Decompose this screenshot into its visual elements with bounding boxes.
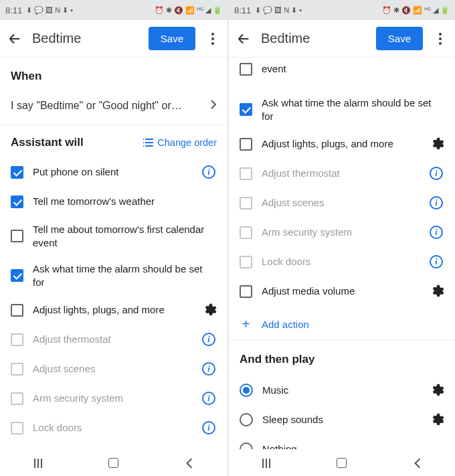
- page-title: Bedtime: [32, 31, 139, 46]
- checkbox[interactable]: [11, 304, 23, 317]
- play-list: MusicSleep soundsNothing: [229, 373, 455, 449]
- left-list: Put phone on silentTell me tomorrow's we…: [0, 155, 227, 445]
- item-label: Sleep sounds: [262, 413, 420, 426]
- item-label: event: [262, 62, 444, 76]
- radio-item[interactable]: Nothing: [229, 434, 455, 449]
- info-icon[interactable]: [201, 420, 217, 436]
- add-action-button[interactable]: + Add action: [229, 309, 455, 340]
- checkbox[interactable]: [240, 138, 252, 151]
- list-item[interactable]: Lock doors: [229, 247, 455, 276]
- item-label: Music: [262, 384, 420, 397]
- info-icon[interactable]: [201, 331, 217, 347]
- checkbox[interactable]: [11, 422, 23, 434]
- radio[interactable]: [240, 384, 253, 397]
- save-button[interactable]: Save: [376, 27, 423, 50]
- checkbox[interactable]: [240, 256, 252, 268]
- item-label: Adjust thermostat: [33, 333, 191, 346]
- list-item[interactable]: Adjust lights, plugs, and more: [0, 295, 227, 325]
- add-action-label: Add action: [262, 319, 309, 330]
- checkbox[interactable]: [11, 269, 23, 282]
- checkbox[interactable]: [240, 167, 252, 180]
- info-icon[interactable]: [201, 361, 217, 377]
- radio[interactable]: [240, 443, 253, 449]
- info-icon[interactable]: [201, 390, 217, 406]
- checkbox[interactable]: [240, 226, 252, 239]
- right-list: Ask what time the alarm should be set fo…: [229, 87, 455, 309]
- item-label: Lock doors: [33, 421, 191, 434]
- section-when: When: [0, 58, 227, 90]
- back-icon[interactable]: [236, 31, 252, 47]
- list-item[interactable]: Adjust lights, plugs, and more: [229, 129, 455, 159]
- gear-icon[interactable]: [430, 284, 444, 299]
- phone-left: 8:11 ⬇💬🖼N⬇• ⏰✱🔇📶ᴴᴳ◢🔋 Bedtime Save When I…: [0, 0, 227, 476]
- list-item[interactable]: Tell me about tomorrow's first calendar …: [0, 216, 227, 256]
- checkbox[interactable]: [11, 363, 23, 376]
- list-item[interactable]: Adjust media volume: [229, 276, 455, 306]
- radio-item[interactable]: Music: [229, 376, 455, 405]
- checkbox[interactable]: [11, 166, 23, 179]
- home-button[interactable]: [334, 455, 350, 471]
- back-icon[interactable]: [7, 31, 23, 47]
- assistant-title: Assistant will: [11, 136, 84, 149]
- list-item[interactable]: Adjust scenes: [229, 188, 455, 218]
- back-button[interactable]: [410, 455, 426, 471]
- radio-item[interactable]: Sleep sounds: [229, 405, 455, 434]
- gear-icon[interactable]: [430, 383, 444, 398]
- content-right: event Ask what time the alarm should be …: [229, 58, 455, 449]
- checkbox[interactable]: [11, 195, 23, 208]
- back-button[interactable]: [181, 455, 197, 471]
- gear-icon[interactable]: [202, 303, 217, 317]
- list-item[interactable]: Ask what time the alarm should be set fo…: [0, 256, 227, 295]
- status-icons-right: ⏰✱🔇📶ᴴᴳ◢🔋: [382, 6, 450, 15]
- list-item[interactable]: Lock doors: [0, 413, 227, 443]
- info-icon[interactable]: [201, 164, 217, 180]
- item-label: Tell me about tomorrow's first calendar …: [33, 223, 217, 249]
- home-button[interactable]: [106, 455, 122, 471]
- recents-button[interactable]: [258, 455, 274, 471]
- list-item[interactable]: Ask what time the alarm should be set fo…: [229, 90, 455, 129]
- item-label: Adjust scenes: [262, 196, 419, 210]
- list-item[interactable]: Put phone on silent: [0, 157, 227, 187]
- gear-icon[interactable]: [430, 412, 444, 427]
- checkbox[interactable]: [11, 392, 23, 405]
- status-time: 8:11: [234, 5, 251, 15]
- gear-icon[interactable]: [430, 137, 444, 151]
- reorder-icon: [143, 138, 153, 147]
- save-button[interactable]: Save: [149, 27, 195, 50]
- more-menu-icon[interactable]: [205, 31, 221, 47]
- radio[interactable]: [240, 413, 253, 426]
- list-item[interactable]: Adjust thermostat: [229, 159, 455, 188]
- navigation-bar: [0, 449, 227, 476]
- item-label: Arm security system: [33, 392, 191, 405]
- status-icons-right: ⏰✱🔇📶ᴴᴳ◢🔋: [155, 6, 222, 15]
- list-item[interactable]: Adjust scenes: [0, 354, 227, 384]
- list-item[interactable]: Tell me tomorrow's weather: [0, 187, 227, 216]
- trigger-row[interactable]: I say "Bedtime" or "Good night" or…: [0, 90, 227, 125]
- checkbox[interactable]: [11, 333, 23, 346]
- info-icon[interactable]: [428, 254, 444, 270]
- info-icon[interactable]: [428, 165, 444, 181]
- recents-button[interactable]: [30, 455, 46, 471]
- item-label: Adjust lights, plugs, and more: [262, 137, 420, 151]
- list-item[interactable]: Adjust thermostat: [0, 325, 227, 354]
- list-item[interactable]: Arm security system: [229, 218, 455, 247]
- info-icon[interactable]: [428, 224, 444, 240]
- checkbox[interactable]: [240, 63, 252, 76]
- checkbox[interactable]: [240, 197, 252, 210]
- item-label: Lock doors: [262, 255, 419, 268]
- checkbox[interactable]: [240, 285, 252, 298]
- item-label: Adjust media volume: [262, 285, 420, 298]
- item-label: Ask what time the alarm should be set fo…: [262, 96, 444, 123]
- plus-icon: +: [240, 317, 252, 332]
- trigger-text: I say "Bedtime" or "Good night" or…: [11, 100, 182, 112]
- list-item[interactable]: Arm security system: [0, 384, 227, 413]
- more-menu-icon[interactable]: [432, 31, 448, 47]
- change-order-button[interactable]: Change order: [143, 137, 217, 148]
- app-bar: Bedtime Save: [229, 20, 455, 58]
- item-label: Adjust thermostat: [262, 167, 419, 180]
- info-icon[interactable]: [428, 195, 444, 211]
- list-item[interactable]: event: [229, 58, 455, 87]
- content-left: When I say "Bedtime" or "Good night" or……: [0, 58, 227, 449]
- checkbox[interactable]: [11, 230, 23, 242]
- checkbox[interactable]: [240, 103, 252, 116]
